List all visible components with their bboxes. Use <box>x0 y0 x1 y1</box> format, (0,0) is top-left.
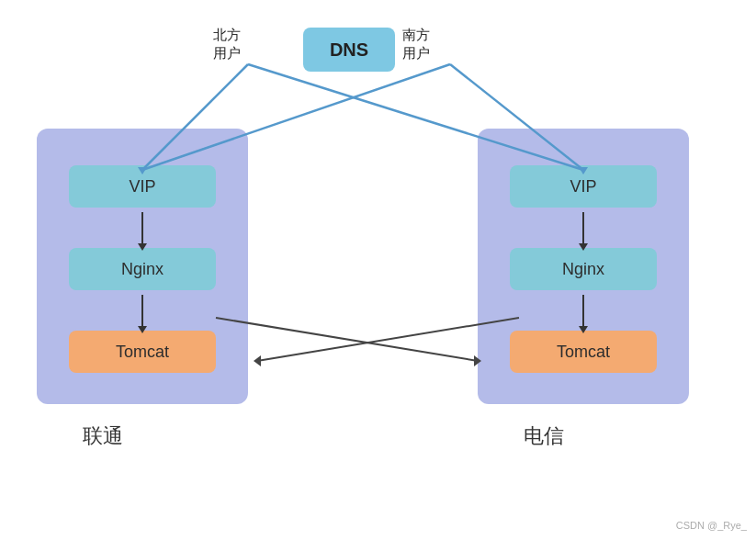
right-nginx-box: Nginx <box>510 248 657 290</box>
dns-box: DNS <box>303 28 395 72</box>
right-isp-label: 电信 <box>524 422 564 450</box>
left-nginx-box: Nginx <box>69 248 216 290</box>
left-isp-label: 联通 <box>83 422 123 450</box>
watermark: CSDN @_Rye_ <box>676 520 747 531</box>
left-vip-box: VIP <box>69 165 216 208</box>
svg-marker-15 <box>254 355 261 366</box>
left-tomcat-box: Tomcat <box>69 331 216 373</box>
right-tomcat-box: Tomcat <box>510 331 657 373</box>
diagram-container: 北方用户 南方用户 DNS VIP Nginx Tomcat VIP Nginx… <box>0 0 756 540</box>
south-user-label: 南方用户 <box>402 26 430 62</box>
north-user-label: 北方用户 <box>213 26 241 62</box>
right-vip-box: VIP <box>510 165 657 208</box>
right-isp-box: VIP Nginx Tomcat <box>478 129 689 404</box>
svg-line-12 <box>216 318 478 361</box>
left-isp-box: VIP Nginx Tomcat <box>37 129 248 404</box>
